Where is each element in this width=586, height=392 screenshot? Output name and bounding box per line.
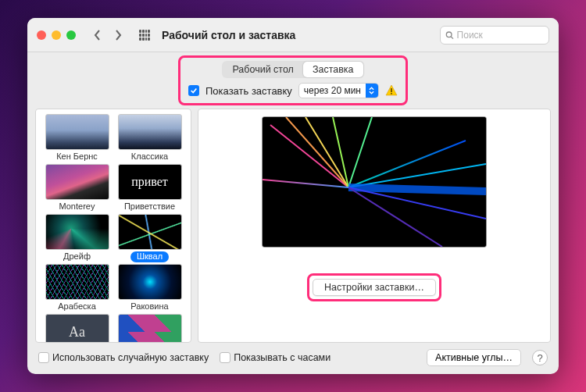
hot-corners-button[interactable]: Активные углы…	[427, 349, 521, 366]
screensaver-thumb	[45, 114, 109, 150]
help-button[interactable]: ?	[532, 350, 548, 365]
tab-desktop[interactable]: Рабочий стол	[223, 62, 302, 77]
screensaver-options-button[interactable]: Настройки заставки…	[313, 279, 436, 296]
svg-line-1	[451, 36, 453, 38]
tab-screensaver[interactable]: Заставка	[303, 62, 363, 77]
screensaver-item-kenburns[interactable]: Кен Бернс	[42, 114, 112, 162]
screensaver-thumb	[118, 114, 182, 150]
svg-rect-3	[391, 93, 392, 94]
warning-icon[interactable]	[385, 84, 398, 97]
screensaver-label: Кен Бернс	[56, 151, 98, 162]
stepper-arrows-icon	[366, 84, 378, 98]
chevron-left-icon	[94, 30, 102, 41]
screensaver-list[interactable]: Кен БернсКлассикаMontereyПриветствиеДрей…	[35, 109, 191, 343]
zoom-button[interactable]	[66, 30, 76, 40]
screensaver-item-flurry[interactable]: Шквал	[115, 214, 184, 262]
search-icon	[445, 30, 454, 40]
screensaver-label: Приветствие	[124, 201, 175, 212]
screensaver-label: Раковина	[130, 301, 168, 312]
svg-point-0	[446, 32, 452, 37]
checkbox-empty-icon	[220, 352, 230, 363]
screensaver-item-hello[interactable]: Приветствие	[115, 164, 184, 212]
screensaver-item-classic[interactable]: Классика	[115, 114, 184, 162]
screensaver-item-shell[interactable]: Раковина	[115, 264, 184, 312]
highlight-options-button: Настройки заставки…	[307, 273, 441, 301]
checkmark-icon	[190, 87, 198, 94]
window-title: Рабочий стол и заставка	[162, 29, 295, 41]
screensaver-item-drift[interactable]: Дрейф	[42, 214, 112, 262]
screensaver-item-arabesque[interactable]: Арабеска	[42, 264, 112, 312]
screensaver-thumb	[118, 264, 182, 300]
search-input[interactable]	[457, 30, 544, 41]
screensaver-thumb	[118, 314, 182, 343]
flurry-preview-graphic	[263, 117, 486, 247]
show-after-checkbox[interactable]	[188, 85, 199, 96]
search-field[interactable]	[440, 26, 549, 45]
chevron-right-icon	[114, 30, 122, 41]
show-after-label: Показать заставку	[205, 85, 292, 97]
screensaver-item-covers[interactable]: Обложки	[115, 314, 184, 343]
screensaver-thumb	[45, 164, 109, 200]
screensaver-item-message[interactable]: AaСообщение	[42, 314, 112, 343]
tab-switcher: Рабочий стол Заставка	[222, 61, 363, 78]
random-checkbox[interactable]: Использовать случайную заставку	[38, 352, 209, 364]
preferences-window: Рабочий стол и заставка Рабочий стол Зас…	[27, 18, 559, 374]
bottom-bar: Использовать случайную заставку Показыва…	[27, 343, 559, 374]
close-button[interactable]	[37, 30, 46, 40]
screensaver-thumb	[45, 264, 109, 300]
screensaver-item-monterey[interactable]: Monterey	[42, 164, 112, 212]
show-all-button[interactable]	[135, 26, 154, 45]
checkbox-empty-icon	[38, 352, 49, 363]
screensaver-label: Шквал	[130, 251, 169, 262]
main-area: Кен БернсКлассикаMontereyПриветствиеДрей…	[27, 105, 559, 343]
show-after-value: через 20 мин	[299, 85, 366, 96]
screensaver-label: Классика	[131, 151, 168, 162]
screensaver-preview	[263, 117, 486, 247]
forward-button[interactable]	[109, 26, 127, 45]
screensaver-label: Monterey	[59, 201, 95, 212]
window-controls	[37, 30, 76, 40]
svg-rect-2	[391, 88, 392, 92]
with-clock-checkbox[interactable]: Показывать с часами	[220, 352, 331, 364]
screensaver-label: Арабеска	[58, 301, 96, 312]
nav-buttons	[88, 26, 127, 45]
back-button[interactable]	[88, 26, 107, 45]
show-after-dropdown[interactable]: через 20 мин	[298, 83, 379, 98]
toolbar: Рабочий стол и заставка	[27, 18, 559, 52]
highlight-top-controls: Рабочий стол Заставка Показать заставку …	[178, 55, 408, 105]
screensaver-label: Дрейф	[63, 251, 91, 262]
screensaver-thumb: Aa	[45, 314, 109, 343]
screensaver-thumb	[45, 214, 109, 250]
screensaver-thumb	[118, 164, 182, 200]
screensaver-thumb	[118, 214, 182, 250]
show-after-row: Показать заставку через 20 мин	[188, 83, 398, 98]
grid-icon	[139, 30, 150, 41]
minimize-button[interactable]	[52, 30, 61, 40]
preview-pane: Настройки заставки…	[198, 109, 551, 343]
